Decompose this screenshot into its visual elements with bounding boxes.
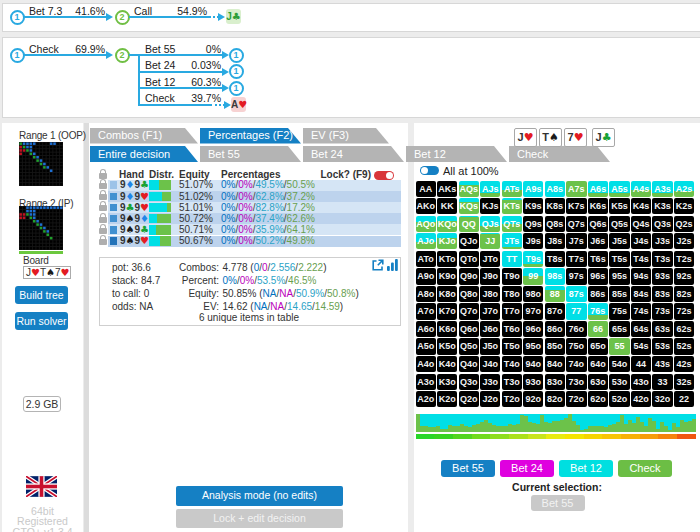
matrix-cell-AJs[interactable]: AJs — [480, 181, 500, 197]
matrix-cell-T3o[interactable]: T3o — [502, 374, 522, 390]
matrix-cell-JTo[interactable]: JTo — [480, 251, 500, 267]
strategy-button-bet-24[interactable]: Bet 24 — [500, 460, 554, 478]
matrix-cell-J6s[interactable]: J6s — [588, 233, 608, 249]
matrix-cell-73o[interactable]: 73o — [566, 374, 586, 390]
matrix-cell-A6s[interactable]: A6s — [588, 181, 608, 197]
matrix-cell-T9o[interactable]: T9o — [502, 268, 522, 284]
matrix-cell-Q5o[interactable]: Q5o — [459, 338, 479, 354]
open-in-window-icon[interactable] — [372, 259, 384, 271]
matrix-cell-Q2s[interactable]: Q2s — [674, 216, 694, 232]
build-tree-button[interactable]: Build tree — [15, 286, 68, 305]
matrix-cell-J9s[interactable]: J9s — [523, 233, 543, 249]
matrix-cell-22[interactable]: 22 — [674, 391, 694, 407]
matrix-cell-64s[interactable]: 64s — [631, 321, 651, 337]
matrix-cell-Q4s[interactable]: Q4s — [631, 216, 651, 232]
matrix-cell-94s[interactable]: 94s — [631, 268, 651, 284]
matrix-cell-75s[interactable]: 75s — [609, 303, 629, 319]
matrix-cell-82s[interactable]: 82s — [674, 286, 694, 302]
matrix-cell-Q7o[interactable]: Q7o — [459, 303, 479, 319]
range1-thumbnail[interactable] — [19, 142, 63, 186]
matrix-cell-KQo[interactable]: KQo — [437, 216, 457, 232]
matrix-cell-Q9s[interactable]: Q9s — [523, 216, 543, 232]
matrix-cell-54o[interactable]: 54o — [609, 356, 629, 372]
matrix-cell-QTo[interactable]: QTo — [459, 251, 479, 267]
matrix-cell-76o[interactable]: 76o — [566, 321, 586, 337]
tab-bet-24[interactable]: Bet 24 — [303, 146, 404, 162]
matrix-cell-74s[interactable]: 74s — [631, 303, 651, 319]
matrix-cell-65o[interactable]: 65o — [588, 338, 608, 354]
matrix-cell-52o[interactable]: 52o — [609, 391, 629, 407]
row-lock-icon[interactable] — [99, 228, 107, 234]
matrix-cell-83s[interactable]: 83s — [652, 286, 672, 302]
matrix-cell-95o[interactable]: 95o — [523, 338, 543, 354]
matrix-cell-Q3o[interactable]: Q3o — [459, 374, 479, 390]
matrix-cell-54s[interactable]: 54s — [631, 338, 651, 354]
matrix-cell-KJs[interactable]: KJs — [480, 198, 500, 214]
matrix-cell-53o[interactable]: 53o — [609, 374, 629, 390]
matrix-cell-A9o[interactable]: A9o — [416, 268, 436, 284]
matrix-cell-87o[interactable]: 87o — [545, 303, 565, 319]
matrix-cell-42o[interactable]: 42o — [631, 391, 651, 407]
matrix-cell-K3s[interactable]: K3s — [652, 198, 672, 214]
tab-bet-12[interactable]: Bet 12 — [406, 146, 507, 162]
matrix-cell-J4s[interactable]: J4s — [631, 233, 651, 249]
matrix-cell-K9s[interactable]: K9s — [523, 198, 543, 214]
matrix-cell-AJo[interactable]: AJo — [416, 233, 436, 249]
matrix-cell-T2o[interactable]: T2o — [502, 391, 522, 407]
matrix-cell-84s[interactable]: 84s — [631, 286, 651, 302]
matrix-cell-63s[interactable]: 63s — [652, 321, 672, 337]
matrix-cell-75o[interactable]: 75o — [566, 338, 586, 354]
strategy-button-bet-55[interactable]: Bet 55 — [441, 460, 495, 478]
matrix-cell-QJs[interactable]: QJs — [480, 216, 500, 232]
matrix-cell-76s[interactable]: 76s — [588, 303, 608, 319]
matrix-cell-86s[interactable]: 86s — [588, 286, 608, 302]
matrix-cell-A2o[interactable]: A2o — [416, 391, 436, 407]
matrix-cell-43s[interactable]: 43s — [652, 356, 672, 372]
matrix-cell-95s[interactable]: 95s — [609, 268, 629, 284]
matrix-cell-85o[interactable]: 85o — [545, 338, 565, 354]
matrix-cell-T8s[interactable]: T8s — [545, 251, 565, 267]
lock-toggle[interactable] — [374, 171, 394, 180]
equity-graph-icon[interactable] — [387, 259, 398, 271]
matrix-cell-T5s[interactable]: T5s — [609, 251, 629, 267]
matrix-cell-65s[interactable]: 65s — [609, 321, 629, 337]
matrix-cell-33[interactable]: 33 — [652, 374, 672, 390]
matrix-cell-87s[interactable]: 87s — [566, 286, 586, 302]
strategy-button-check[interactable]: Check — [618, 460, 672, 478]
matrix-cell-KQs[interactable]: KQs — [459, 198, 479, 214]
matrix-cell-Q3s[interactable]: Q3s — [652, 216, 672, 232]
matrix-cell-K7s[interactable]: K7s — [566, 198, 586, 214]
board-card[interactable]: J♥ — [514, 128, 537, 147]
matrix-cell-73s[interactable]: 73s — [652, 303, 672, 319]
row-lock-icon[interactable] — [99, 194, 107, 200]
matrix-cell-AA[interactable]: AA — [416, 181, 436, 197]
matrix-cell-T8o[interactable]: T8o — [502, 286, 522, 302]
matrix-cell-A5s[interactable]: A5s — [609, 181, 629, 197]
matrix-cell-A3s[interactable]: A3s — [652, 181, 672, 197]
tab-entire-decision[interactable]: Entire decision — [90, 146, 198, 162]
matrix-cell-QJo[interactable]: QJo — [459, 233, 479, 249]
matrix-cell-K5o[interactable]: K5o — [437, 338, 457, 354]
matrix-cell-55[interactable]: 55 — [609, 338, 629, 354]
matrix-cell-J7o[interactable]: J7o — [480, 303, 500, 319]
strategy-button-bet-12[interactable]: Bet 12 — [559, 460, 613, 478]
matrix-cell-K6o[interactable]: K6o — [437, 321, 457, 337]
matrix-cell-Q8s[interactable]: Q8s — [545, 216, 565, 232]
matrix-cell-K5s[interactable]: K5s — [609, 198, 629, 214]
matrix-cell-J2o[interactable]: J2o — [480, 391, 500, 407]
matrix-cell-K4s[interactable]: K4s — [631, 198, 651, 214]
matrix-cell-J6o[interactable]: J6o — [480, 321, 500, 337]
matrix-cell-Q6s[interactable]: Q6s — [588, 216, 608, 232]
matrix-cell-T6s[interactable]: T6s — [588, 251, 608, 267]
tree-leaf-node[interactable]: 1 — [229, 48, 244, 63]
matrix-cell-64o[interactable]: 64o — [588, 356, 608, 372]
matrix-cell-J4o[interactable]: J4o — [480, 356, 500, 372]
matrix-cell-72s[interactable]: 72s — [674, 303, 694, 319]
matrix-cell-62o[interactable]: 62o — [588, 391, 608, 407]
matrix-cell-98s[interactable]: 98s — [545, 268, 565, 284]
matrix-cell-J3s[interactable]: J3s — [652, 233, 672, 249]
matrix-cell-A8o[interactable]: A8o — [416, 286, 436, 302]
matrix-cell-JJ[interactable]: JJ — [480, 233, 500, 249]
matrix-cell-A6o[interactable]: A6o — [416, 321, 436, 337]
matrix-cell-AQo[interactable]: AQo — [416, 216, 436, 232]
